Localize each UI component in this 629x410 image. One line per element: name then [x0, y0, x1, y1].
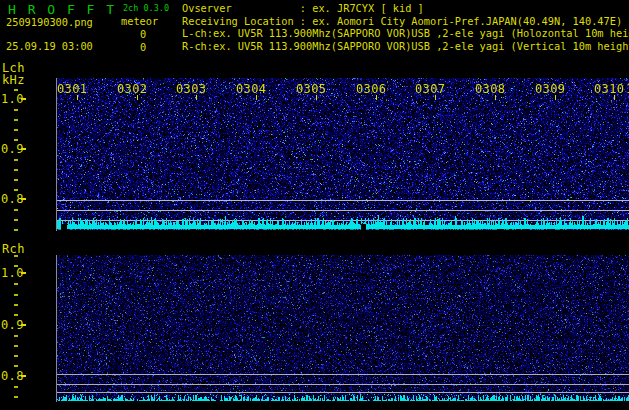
time-label: 0310	[594, 82, 625, 96]
lch-freq-major-tick	[21, 98, 26, 100]
lch-receiver-line: L-ch:ex. UV5R 113.900Mhz(SAPPORO VOR)USB…	[182, 27, 629, 40]
lch-axis-line	[56, 78, 57, 231]
time-label: 0304	[236, 82, 267, 96]
time-label: 0306	[356, 82, 387, 96]
rch-freq-minor-tick	[14, 365, 18, 367]
time-label: 0303	[176, 82, 207, 96]
rch-freq-minor-tick	[14, 283, 18, 285]
lch-freq-minor-tick	[14, 109, 18, 111]
output-filename: 2509190300.png	[6, 16, 93, 28]
counter-value-1: 0	[140, 28, 146, 40]
lch-freq-minor-tick	[14, 179, 18, 181]
rch-receiver-line: R-ch:ex. UV5R 113.900Mhz(SAPPORO VOR)USB…	[182, 40, 629, 53]
time-label: 0305	[296, 82, 327, 96]
hrofft-screen: { "app": { "title": "H R O F F T", "vers…	[0, 0, 629, 410]
rch-freq-minor-tick	[14, 304, 18, 306]
rch-spectrogram	[57, 255, 629, 402]
rch-freq-minor-tick	[14, 265, 18, 267]
rch-freq-major-tick	[21, 375, 26, 377]
lch-unit-label: kHz	[2, 73, 25, 87]
time-label: 0307	[415, 82, 446, 96]
lch-freq-minor-tick	[14, 229, 18, 231]
lch-freq-minor-tick	[14, 189, 18, 191]
lch-freq-minor-tick	[14, 129, 18, 131]
timestamp: 25.09.19 03:00	[6, 40, 93, 52]
rch-freq-minor-tick	[14, 335, 18, 337]
lch-freq-minor-tick	[14, 219, 18, 221]
rch-axis-line	[56, 255, 57, 402]
lch-freq-major-tick	[21, 198, 26, 200]
lch-freq-minor-tick	[14, 89, 18, 91]
mode-label: meteor	[121, 15, 158, 27]
rch-freq-minor-tick	[14, 294, 18, 296]
lch-spectrogram	[57, 78, 629, 231]
lch-freq-minor-tick	[14, 209, 18, 211]
rch-freq-minor-tick	[14, 396, 18, 398]
lch-freq-minor-tick	[14, 169, 18, 171]
time-label: 0301	[57, 82, 88, 96]
observer-line: Ovserver : ex. JR7CYX [ kid ]	[182, 2, 629, 15]
rch-freq-minor-tick	[14, 255, 18, 257]
lch-freq-major-tick	[21, 148, 26, 150]
time-label: 0309	[535, 82, 566, 96]
rch-freq-minor-tick	[14, 314, 18, 316]
app-title: H R O F F T	[8, 2, 116, 17]
receiving-location-line: Receiving Location : ex. Aomori City Aom…	[182, 15, 629, 28]
lch-freq-minor-tick	[14, 139, 18, 141]
app-version: 2ch 0.3.0	[123, 3, 169, 13]
rch-channel-label: Rch	[2, 242, 25, 256]
time-label: 0308	[475, 82, 506, 96]
rch-freq-major-tick	[21, 272, 26, 274]
observer-info-block: Ovserver : ex. JR7CYX [ kid ] Receiving …	[182, 2, 629, 52]
counter-value-2: 0	[140, 41, 146, 53]
lch-freq-minor-tick	[14, 159, 18, 161]
time-label: 0302	[117, 82, 148, 96]
rch-freq-major-tick	[21, 324, 26, 326]
rch-freq-minor-tick	[14, 345, 18, 347]
rch-freq-minor-tick	[14, 386, 18, 388]
lch-freq-minor-tick	[14, 119, 18, 121]
rch-freq-minor-tick	[14, 355, 18, 357]
